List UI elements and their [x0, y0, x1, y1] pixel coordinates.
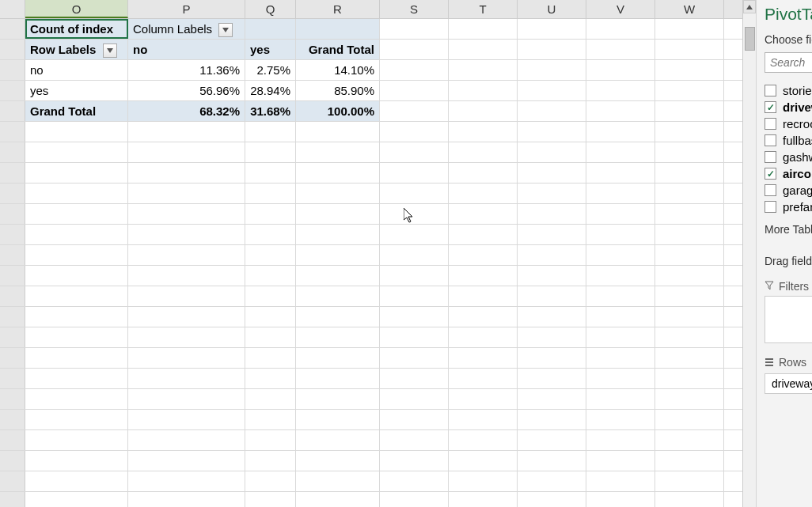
- empty-cell[interactable]: [518, 142, 586, 162]
- empty-cell[interactable]: [25, 204, 128, 224]
- row-labels-cell[interactable]: Row Labels: [25, 40, 128, 59]
- empty-cell[interactable]: [449, 492, 518, 507]
- empty-cell[interactable]: [586, 122, 655, 142]
- empty-cell[interactable]: [655, 122, 724, 142]
- empty-cell[interactable]: [655, 40, 724, 59]
- empty-cell[interactable]: [518, 369, 586, 388]
- row-number[interactable]: [0, 122, 25, 142]
- empty-cell[interactable]: [518, 204, 586, 224]
- value-cell[interactable]: 56.96%: [128, 81, 245, 100]
- row-number[interactable]: [0, 163, 25, 183]
- field-checkbox[interactable]: [765, 151, 776, 163]
- empty-cell[interactable]: [380, 225, 449, 244]
- row-number[interactable]: [0, 40, 25, 59]
- empty-cell[interactable]: [380, 307, 449, 327]
- row-number[interactable]: [0, 348, 25, 368]
- empty-cell[interactable]: [128, 471, 245, 491]
- empty-cell[interactable]: [518, 327, 586, 347]
- empty-cell[interactable]: [25, 492, 128, 507]
- empty-cell[interactable]: [25, 266, 128, 286]
- empty-cell[interactable]: [586, 81, 655, 100]
- row-number[interactable]: [0, 19, 25, 39]
- empty-cell[interactable]: [380, 142, 449, 162]
- col-header-Q[interactable]: Q: [245, 0, 296, 18]
- empty-cell[interactable]: [296, 163, 380, 183]
- empty-cell[interactable]: [449, 122, 518, 142]
- empty-cell[interactable]: [380, 184, 449, 203]
- empty-cell[interactable]: [128, 163, 245, 183]
- col-header-T[interactable]: T: [449, 0, 518, 18]
- row-number[interactable]: [0, 389, 25, 409]
- empty-cell[interactable]: [449, 348, 518, 368]
- empty-cell[interactable]: [25, 348, 128, 368]
- empty-cell[interactable]: [128, 266, 245, 286]
- value-cell[interactable]: 28.94%: [245, 81, 296, 100]
- empty-cell[interactable]: [245, 204, 296, 224]
- field-checkbox[interactable]: [765, 201, 776, 213]
- empty-cell[interactable]: [655, 430, 724, 450]
- col-header-R[interactable]: R: [296, 0, 380, 18]
- empty-cell[interactable]: [380, 492, 449, 507]
- empty-cell[interactable]: [655, 81, 724, 100]
- empty-cell[interactable]: [449, 184, 518, 203]
- field-item-driveway[interactable]: driveway: [765, 100, 812, 114]
- empty-cell[interactable]: [586, 492, 655, 507]
- row-number[interactable]: [0, 286, 25, 306]
- empty-cell[interactable]: [380, 348, 449, 368]
- empty-cell[interactable]: [449, 19, 518, 39]
- empty-cell[interactable]: [586, 327, 655, 347]
- empty-cell[interactable]: [518, 410, 586, 429]
- field-item-garagepl[interactable]: garagepl: [765, 184, 812, 197]
- empty-cell[interactable]: [449, 286, 518, 306]
- empty-cell[interactable]: [449, 225, 518, 244]
- count-of-index-cell[interactable]: Count of index: [25, 19, 128, 39]
- empty-cell[interactable]: [25, 471, 128, 491]
- empty-cell[interactable]: [449, 369, 518, 388]
- empty-cell[interactable]: [296, 142, 380, 162]
- row-number[interactable]: [0, 101, 25, 121]
- grand-total[interactable]: 100.00%: [296, 101, 380, 121]
- empty-cell[interactable]: [655, 348, 724, 368]
- empty-cell[interactable]: [655, 327, 724, 347]
- empty-cell[interactable]: [128, 369, 245, 388]
- empty-cell[interactable]: [518, 163, 586, 183]
- empty-cell[interactable]: [655, 225, 724, 244]
- field-item-recroom[interactable]: recroom: [765, 117, 812, 131]
- empty-cell[interactable]: [655, 471, 724, 491]
- empty-cell[interactable]: [449, 101, 518, 121]
- empty-cell[interactable]: [586, 19, 655, 39]
- empty-cell[interactable]: [25, 286, 128, 306]
- empty-cell[interactable]: [25, 327, 128, 347]
- empty-cell[interactable]: [518, 184, 586, 203]
- empty-cell[interactable]: [245, 369, 296, 388]
- field-item-prefarea[interactable]: prefarea: [765, 200, 812, 214]
- empty-cell[interactable]: [296, 430, 380, 450]
- row-number[interactable]: [0, 492, 25, 507]
- empty-cell[interactable]: [296, 369, 380, 388]
- empty-cell[interactable]: [518, 492, 586, 507]
- empty-cell[interactable]: [245, 266, 296, 286]
- empty-cell[interactable]: [586, 245, 655, 265]
- empty-cell[interactable]: [380, 122, 449, 142]
- empty-cell[interactable]: [25, 122, 128, 142]
- empty-cell[interactable]: [128, 492, 245, 507]
- empty-cell[interactable]: [128, 286, 245, 306]
- value-cell[interactable]: 2.75%: [245, 60, 296, 80]
- empty-cell[interactable]: [380, 245, 449, 265]
- empty-cell[interactable]: [296, 389, 380, 409]
- empty-cell[interactable]: [25, 451, 128, 471]
- empty-cell[interactable]: [296, 410, 380, 429]
- empty-cell[interactable]: [655, 163, 724, 183]
- empty-cell[interactable]: [25, 245, 128, 265]
- empty-cell[interactable]: [655, 60, 724, 80]
- empty-cell[interactable]: [296, 204, 380, 224]
- row-number[interactable]: [0, 225, 25, 244]
- empty-cell[interactable]: [25, 389, 128, 409]
- empty-cell[interactable]: [586, 225, 655, 244]
- empty-cell[interactable]: [586, 101, 655, 121]
- field-checkbox[interactable]: [765, 85, 776, 96]
- empty-cell[interactable]: [518, 122, 586, 142]
- empty-cell[interactable]: [380, 81, 449, 100]
- empty-cell[interactable]: [245, 225, 296, 244]
- empty-cell[interactable]: [296, 451, 380, 471]
